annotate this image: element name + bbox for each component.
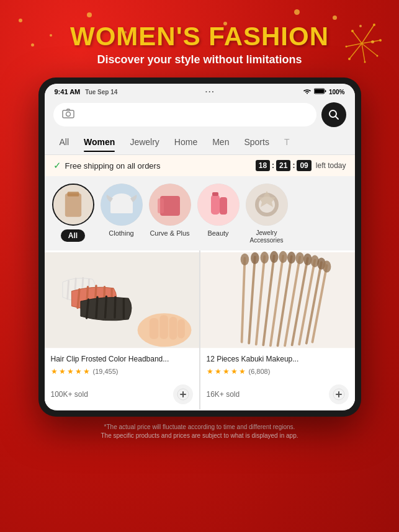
footer-line-2: The specific products and prices are sub… (12, 432, 387, 440)
categories-row: All Clothing (45, 176, 355, 249)
svg-point-75 (269, 251, 278, 263)
category-circle-beauty (197, 184, 240, 226)
svg-rect-54 (159, 315, 168, 339)
category-all[interactable]: All (51, 184, 96, 242)
tab-sports[interactable]: Sports (236, 133, 276, 151)
star-3: ★ (67, 367, 74, 376)
review-count-1: (19,455) (93, 368, 119, 375)
svg-rect-23 (67, 192, 79, 197)
category-label-beauty: Beauty (207, 229, 228, 237)
timer-hours: 18 (256, 160, 270, 171)
star2-1: ★ (207, 367, 213, 376)
svg-rect-56 (177, 319, 185, 339)
category-beauty[interactable]: Beauty (196, 184, 241, 237)
product-title-1: Hair Clip Frosted Color Headband... (51, 355, 193, 365)
search-bar[interactable] (53, 103, 316, 126)
category-circle-jewelry (246, 184, 288, 226)
svg-rect-33 (212, 192, 218, 196)
svg-point-73 (251, 252, 259, 264)
svg-rect-29 (158, 198, 164, 213)
camera-icon[interactable] (62, 109, 74, 122)
nav-tabs: All Women Jewelry Home Men Sports T (45, 131, 355, 155)
star2-4: ★ (231, 367, 238, 376)
category-jewelry[interactable]: JewelryAccessories (244, 184, 289, 244)
add-to-cart-2[interactable] (329, 384, 349, 404)
add-to-cart-1[interactable] (173, 384, 193, 404)
star2-3: ★ (223, 367, 230, 376)
tab-jewelry[interactable]: Jewelry (122, 133, 166, 151)
tab-home[interactable]: Home (167, 133, 205, 151)
battery-percent: 100% (329, 89, 345, 95)
svg-rect-34 (246, 184, 288, 226)
svg-rect-22 (65, 193, 81, 217)
product-title-2: 12 Pieces Kabuki Makeup... (207, 355, 349, 365)
svg-rect-31 (211, 195, 220, 215)
timer: 18 : 21 : 09 left today (256, 160, 346, 171)
svg-point-82 (322, 260, 331, 272)
svg-point-74 (260, 252, 269, 264)
svg-line-20 (335, 117, 338, 120)
wifi-icon (303, 88, 312, 95)
sold-count-1: 100K+ sold (51, 390, 88, 399)
svg-rect-55 (169, 317, 177, 340)
timer-seconds: 09 (297, 160, 311, 171)
product-grid: Hair Clip Frosted Color Headband... ★ ★ … (45, 250, 355, 409)
status-bar: 9:41 AM Tue Sep 14 ··· 100% (45, 84, 355, 97)
star-1: ★ (51, 367, 58, 376)
svg-point-79 (303, 254, 312, 265)
status-time: 9:41 AM (55, 88, 81, 95)
product-stars-1: ★ ★ ★ ★ ★ (19,455) (51, 367, 193, 376)
svg-line-48 (96, 297, 97, 317)
star-2: ★ (59, 367, 66, 376)
product-card-1[interactable]: Hair Clip Frosted Color Headband... ★ ★ … (45, 250, 199, 409)
svg-rect-26 (110, 202, 133, 213)
product-image-1 (45, 250, 199, 350)
svg-point-18 (66, 112, 70, 116)
status-date: Tue Sep 14 (85, 89, 117, 95)
svg-point-72 (240, 254, 249, 265)
svg-rect-16 (325, 91, 326, 92)
battery-icon (314, 88, 326, 95)
star2-5: ★ (239, 367, 246, 376)
category-label-jewelry: JewelryAccessories (250, 229, 284, 244)
product-info-1: Hair Clip Frosted Color Headband... ★ ★ … (45, 350, 199, 382)
check-icon: ✓ (53, 160, 61, 171)
search-button[interactable] (321, 102, 346, 127)
category-label-curve: Curve & Plus (150, 229, 189, 237)
svg-rect-53 (149, 318, 158, 339)
product-image-2 (200, 250, 355, 350)
svg-line-50 (114, 297, 115, 317)
page-title: WOMEN'S FASHION (0, 22, 399, 51)
tab-women[interactable]: Women (76, 133, 122, 151)
tab-more[interactable]: T (277, 133, 297, 151)
ipad-screen: 9:41 AM Tue Sep 14 ··· 100% (45, 84, 355, 410)
product-bottom-2: 16K+ sold (200, 382, 355, 409)
tab-all[interactable]: All (52, 133, 77, 151)
tab-men[interactable]: Men (205, 133, 236, 151)
product-card-2[interactable]: 12 Pieces Kabuki Makeup... ★ ★ ★ ★ ★ (6,… (200, 250, 355, 409)
svg-line-38 (67, 281, 68, 299)
footer-line-1: *The actual price will fluctuate accordi… (12, 423, 387, 432)
svg-point-78 (295, 252, 304, 264)
status-dots: ··· (205, 87, 215, 96)
promo-text: ✓ Free shipping on all orders (53, 160, 161, 171)
category-circle-curve (149, 184, 191, 226)
category-clothing[interactable]: Clothing (99, 184, 144, 237)
star2-2: ★ (215, 367, 222, 376)
timer-minutes: 21 (276, 160, 290, 171)
svg-line-49 (105, 296, 106, 317)
ipad-frame: 9:41 AM Tue Sep 14 ··· 100% (38, 78, 361, 417)
category-circle-clothing (101, 184, 143, 226)
review-count-2: (6,808) (249, 368, 271, 375)
timer-suffix: left today (316, 161, 346, 170)
header-section: WOMEN'S FASHION Discover your style with… (0, 0, 399, 66)
category-curve[interactable]: Curve & Plus (148, 184, 192, 237)
category-circle-all (52, 184, 94, 226)
status-icons: 100% (303, 88, 345, 95)
category-label-clothing: Clothing (109, 229, 133, 237)
svg-rect-32 (220, 197, 227, 215)
promo-banner: ✓ Free shipping on all orders 18 : 21 : … (45, 155, 355, 176)
product-bottom-1: 100K+ sold (45, 382, 199, 409)
star-5: ★ (83, 367, 90, 376)
promo-label: Free shipping on all orders (65, 161, 161, 171)
